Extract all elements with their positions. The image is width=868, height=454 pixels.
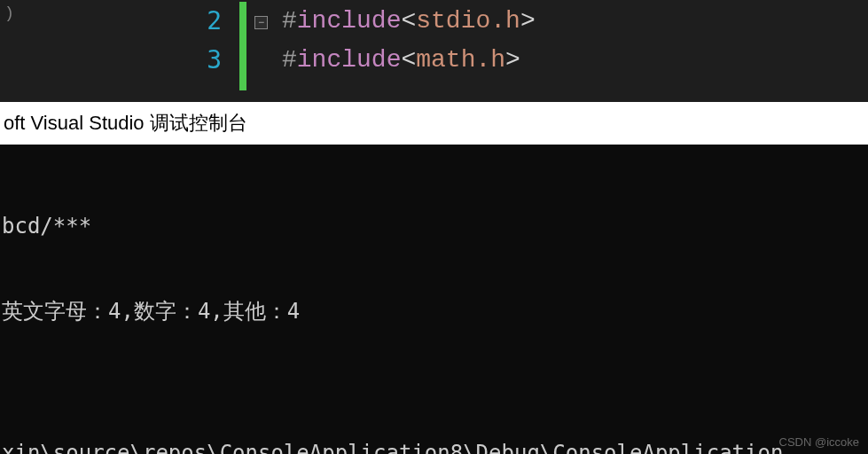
fold-column: − — [239, 0, 275, 102]
line-number: 2 — [177, 2, 239, 41]
code-editor: ) 2 3 − #include<stdio.h> #include<math.… — [0, 0, 868, 102]
console-line: xin\source\repos\ConsoleApplication8\Deb… — [2, 439, 866, 454]
console-line: 英文字母：4,数字：4,其他：4 — [2, 297, 866, 325]
line-number: 3 — [177, 41, 239, 80]
change-indicator — [239, 2, 246, 90]
code-text-area[interactable]: #include<stdio.h> #include<math.h> — [275, 0, 868, 102]
code-line: #include<stdio.h> — [282, 2, 868, 41]
console-title-text: oft Visual Studio 调试控制台 — [4, 110, 247, 137]
line-number-gutter: 2 3 — [177, 0, 239, 102]
console-title-bar[interactable]: oft Visual Studio 调试控制台 — [0, 102, 868, 145]
code-line: #include<math.h> — [282, 41, 868, 80]
fold-collapse-icon[interactable]: − — [254, 16, 268, 29]
watermark-text: CSDN @iccoke — [779, 435, 860, 449]
console-output[interactable]: bcd/*** 英文字母：4,数字：4,其他：4 xin\source\repo… — [0, 145, 868, 454]
console-line: bcd/*** — [2, 212, 866, 240]
editor-left-margin: ) — [0, 0, 177, 102]
code-fragment: ) — [4, 4, 14, 22]
debug-console-window: oft Visual Studio 调试控制台 bcd/*** 英文字母：4,数… — [0, 102, 868, 454]
